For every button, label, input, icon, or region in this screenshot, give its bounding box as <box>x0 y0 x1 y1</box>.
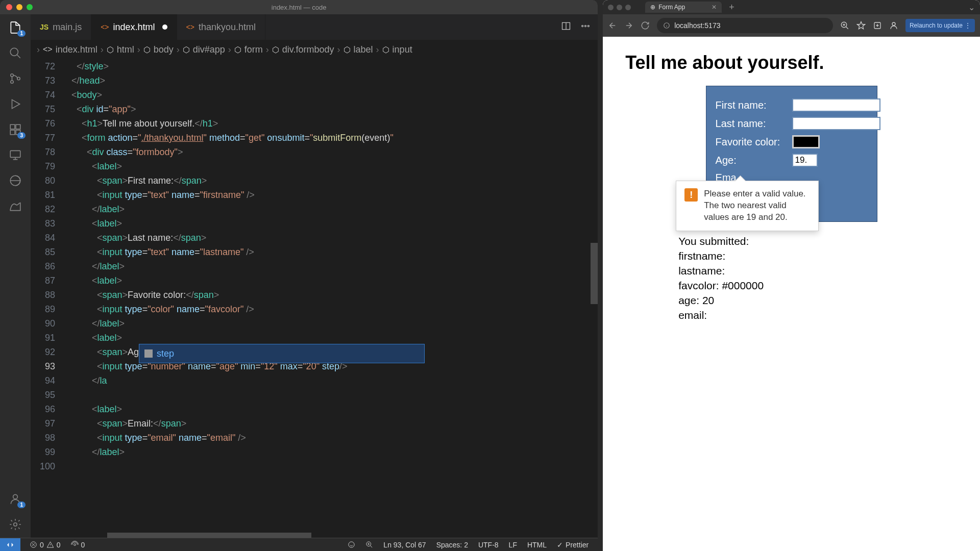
symbol-icon: ⬡ <box>183 45 190 55</box>
vscode-body: 1 3 <box>0 14 598 538</box>
feedback-icon[interactable] <box>342 541 360 549</box>
reload-button[interactable] <box>641 21 650 30</box>
problems-status[interactable]: 0 0 <box>24 541 66 549</box>
zoom-icon[interactable] <box>840 21 849 30</box>
breadcrumb-item[interactable]: div#app <box>193 44 225 55</box>
svg-point-15 <box>588 26 590 27</box>
autocomplete-popup[interactable]: step <box>139 344 425 363</box>
vertical-scrollbar[interactable] <box>591 59 598 538</box>
more-actions-icon[interactable] <box>580 21 591 33</box>
site-icon: ⊕ <box>650 4 655 11</box>
tab-index-html[interactable]: <> index.html <box>91 14 177 40</box>
maximize-window-button[interactable] <box>625 5 631 10</box>
svg-point-11 <box>14 523 17 527</box>
settings-gear-icon[interactable] <box>8 517 22 532</box>
autocomplete-item[interactable]: step <box>157 346 174 361</box>
zoom-icon[interactable] <box>360 541 378 549</box>
breadcrumb-item[interactable]: div.formbody <box>282 44 334 55</box>
window-controls <box>6 4 33 10</box>
source-control-icon[interactable] <box>8 71 22 86</box>
code-content[interactable]: </style> </head> <body> <div id="app"> <… <box>66 59 598 538</box>
tab-label: main.js <box>53 22 82 33</box>
output-line: firstname: <box>678 249 958 264</box>
run-debug-icon[interactable] <box>8 97 22 111</box>
bookmark-icon[interactable] <box>856 21 866 30</box>
breadcrumb-item[interactable]: label <box>354 44 373 55</box>
forward-button[interactable] <box>624 21 633 30</box>
breadcrumb-item[interactable]: form <box>244 44 263 55</box>
close-window-button[interactable] <box>608 5 614 10</box>
symbol-icon: ⬡ <box>143 45 151 55</box>
svg-point-0 <box>10 48 18 56</box>
firstname-input[interactable] <box>792 98 880 112</box>
remote-explorer-icon[interactable] <box>8 148 22 162</box>
explorer-icon[interactable]: 1 <box>8 20 22 35</box>
svg-point-17 <box>74 544 76 546</box>
lastname-input[interactable] <box>792 117 880 130</box>
minimize-window-button[interactable] <box>617 5 622 10</box>
install-icon[interactable] <box>873 21 882 30</box>
eol-status[interactable]: LF <box>504 541 522 549</box>
encoding-status[interactable]: UTF-8 <box>473 541 504 549</box>
svg-point-13 <box>582 26 583 27</box>
explorer-badge: 1 <box>17 30 26 37</box>
svg-rect-4 <box>10 124 15 129</box>
breadcrumb[interactable]: › <>index.html ›⬡html ›⬡body ›⬡div#app ›… <box>31 40 598 59</box>
back-button[interactable] <box>608 21 617 30</box>
remote-indicator[interactable] <box>0 538 20 552</box>
search-icon[interactable] <box>8 46 22 60</box>
tab-thankyou-html[interactable]: <> thankyou.html <box>177 14 265 40</box>
extensions-icon[interactable]: 3 <box>8 122 22 137</box>
scrollbar-thumb[interactable] <box>107 533 311 538</box>
minimize-window-button[interactable] <box>16 4 22 10</box>
tooltip-text: Please enter a valid value. The two near… <box>704 188 810 223</box>
formatter-status[interactable]: ✓ Prettier <box>552 541 594 549</box>
color-input[interactable] <box>792 135 820 148</box>
close-window-button[interactable] <box>6 4 12 10</box>
extensions-badge: 3 <box>17 132 26 139</box>
breadcrumb-item[interactable]: index.html <box>56 44 97 55</box>
tab-label: index.html <box>113 22 155 33</box>
close-tab-icon[interactable]: ✕ <box>712 4 717 11</box>
edge-icon[interactable] <box>8 173 22 188</box>
html-file-icon: <> <box>43 45 53 54</box>
browser-window: ⊕ Form App ✕ + ⌄ localhost:5173 Relaunch… <box>603 0 980 551</box>
symbol-icon: ⬡ <box>272 45 279 55</box>
address-bar[interactable]: localhost:5173 <box>657 18 833 33</box>
validation-tooltip: ! Please enter a valid value. The two ne… <box>676 181 819 231</box>
svg-point-2 <box>11 81 13 83</box>
new-tab-button[interactable]: + <box>729 2 734 13</box>
scrollbar-thumb[interactable] <box>591 243 598 304</box>
relaunch-button[interactable]: Relaunch to update ⋮ <box>905 19 975 32</box>
language-mode[interactable]: HTML <box>522 541 552 549</box>
camel-icon[interactable] <box>8 199 22 213</box>
breadcrumb-item[interactable]: body <box>154 44 174 55</box>
code-editor[interactable]: 7273747576777879808182838485868788899091… <box>31 59 598 538</box>
tab-main-js[interactable]: JS main.js <box>31 14 91 40</box>
svg-point-1 <box>11 74 13 77</box>
output-block: You submitted: firstname: lastname: favc… <box>625 234 958 323</box>
breadcrumb-item[interactable]: input <box>393 44 412 55</box>
horizontal-scrollbar[interactable] <box>31 533 598 538</box>
browser-tab[interactable]: ⊕ Form App ✕ <box>645 2 722 13</box>
firstname-label: First name: <box>716 99 792 111</box>
cursor-position[interactable]: Ln 93, Col 67 <box>378 541 431 549</box>
account-icon[interactable]: 1 <box>8 492 22 506</box>
page-heading: Tell me about yourself. <box>625 52 958 73</box>
age-input[interactable] <box>792 154 818 167</box>
output-title: You submitted: <box>678 234 958 249</box>
split-editor-icon[interactable] <box>561 21 571 33</box>
tab-overflow-icon[interactable]: ⌄ <box>968 3 975 12</box>
indentation-status[interactable]: Spaces: 2 <box>431 541 473 549</box>
snippet-icon <box>144 349 153 358</box>
ports-status[interactable]: 0 <box>66 541 90 549</box>
maximize-window-button[interactable] <box>27 4 33 10</box>
age-label: Age: <box>716 155 792 166</box>
profile-icon[interactable] <box>889 21 898 30</box>
line-gutter: 7273747576777879808182838485868788899091… <box>31 59 66 538</box>
svg-point-10 <box>13 494 18 499</box>
breadcrumb-item[interactable]: html <box>117 44 134 55</box>
symbol-icon: ⬡ <box>344 45 351 55</box>
svg-rect-6 <box>10 130 15 135</box>
browser-toolbar: localhost:5173 Relaunch to update ⋮ <box>603 14 980 37</box>
